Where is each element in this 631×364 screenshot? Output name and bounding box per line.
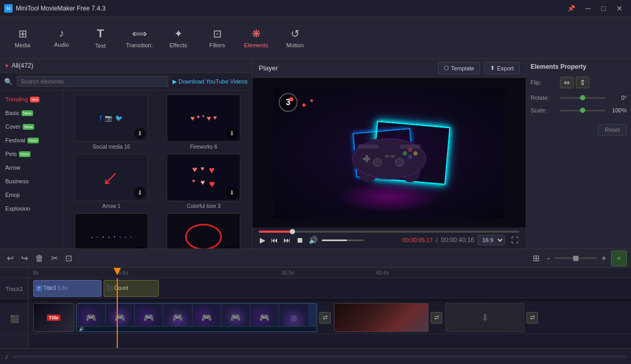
export-btn[interactable]: ⬆ Export [484,62,520,74]
left-layout: Trending Hot Basic New Cover New Festiva… [0,90,252,248]
cat-pets[interactable]: Pets New [0,147,63,161]
transfer-btn-1[interactable]: ⇄ [319,312,331,324]
empty-clip[interactable]: ⬇ [445,303,524,332]
cat-arrow[interactable]: Arrow [0,161,63,174]
volume-fill [322,240,347,241]
minimize-button[interactable]: ─ [582,3,595,14]
delete-button[interactable]: 🗑 [33,252,46,265]
zoom-slider[interactable] [555,257,597,259]
tool-media[interactable]: ⊞ Media [4,21,41,55]
stop-button[interactable]: ⏹ [295,235,304,245]
zoom-out-button[interactable]: - [544,252,552,265]
elem-fireworks6[interactable]: ♥ ♥ ♥ ♥ ♥ ⬇ Fireworks 6 [160,95,248,150]
ruler-30s: 30.5s [281,270,294,276]
transfer-btn-2[interactable]: ⇄ [431,312,442,324]
maximize-button[interactable]: □ [597,3,610,14]
basic-badge: New [22,110,33,116]
download-arrow5[interactable]: ⬇ [226,246,238,248]
tool-effects-label: Effects [169,42,187,48]
tool-transition[interactable]: ⟺ Transition: [121,21,158,55]
tool-effects[interactable]: ✦ Effects [160,21,197,55]
close-button[interactable]: ✕ [612,3,627,14]
cover-badge: New [23,124,34,130]
tool-text-label: Text [95,43,106,49]
download-arrow1[interactable]: ⬇ [134,187,146,199]
cat-explosion[interactable]: Explosion [0,202,63,215]
main-video-clip[interactable]: 🎮 🎮 🎮 🎮 🎮 🎮 🎮 ⊞ 🔊 [76,303,317,332]
volume-slider[interactable] [322,240,364,241]
redo-button[interactable]: ↪ [18,252,30,265]
playhead [117,278,118,348]
play-button[interactable]: ▶ [259,235,267,245]
cat-festival[interactable]: Festival New [0,133,63,147]
total-time: 00:00:40:16 [441,236,474,244]
rotate-thumb [580,95,585,100]
tool-text[interactable]: T Text [82,21,119,55]
prev-frame-button[interactable]: ⏮ [270,235,279,245]
flip-horizontal-btn[interactable]: ⇔ [560,77,574,88]
track1-row: T Title3 5.6s ⬛ Count [29,278,631,298]
progress-bar[interactable] [259,231,520,233]
download-fireworks6[interactable]: ⬇ [226,128,238,139]
tool-elements[interactable]: ❋ Elements [238,21,274,55]
title3-label: Title3 [44,285,56,291]
title-thumb-clip[interactable]: Title [33,303,74,332]
download-colorful3[interactable]: ⬇ [226,187,238,199]
flip-vertical-btn[interactable]: ⇕ [576,77,589,88]
volume-button[interactable]: 🔊 [308,235,319,245]
title3-clip[interactable]: T Title3 5.6s [33,280,101,297]
template-btn[interactable]: ⬡ Template [438,62,481,74]
cat-basic[interactable]: Basic New [0,106,63,120]
pin-button[interactable]: 📌 [563,3,579,14]
elem-snowflake1[interactable]: • • • • • • • • ⬇ Snowflake 1 [67,213,156,248]
add-media-button[interactable]: + [611,251,627,266]
crop-button[interactable]: ⊡ [63,252,75,265]
aspect-ratio-select[interactable]: 16:9 9:16 1:1 [477,235,505,245]
reset-button[interactable]: Reset [598,124,627,136]
tool-elements-label: Elements [244,42,268,48]
elem-arrow5[interactable]: ⬇ Arrow 5 [160,213,248,248]
download-youtube-btn[interactable]: ▶ Download YouTube Videos [172,78,248,85]
export-label: Export [497,65,514,71]
current-time: 00:00:05:17 [402,237,433,243]
cat-cover-label: Cover [5,123,21,130]
bottom-scrollbar[interactable] [13,355,627,358]
rotate-slider[interactable] [560,97,605,99]
cat-cover[interactable]: Cover New [0,120,63,133]
cat-business[interactable]: Business [0,174,63,188]
text-icon: T [97,27,104,40]
count-clip[interactable]: ⬛ Count [104,280,159,297]
transfer-btn-3[interactable]: ⇄ [526,312,538,324]
magenta-glow [337,181,442,213]
elem-social16[interactable]: f 📷 🐦 ⬇ Social media 16 [67,95,156,150]
next-frame-button[interactable]: ⏭ [282,235,292,245]
audio-icon: ♪ [59,27,64,39]
split-view-button[interactable]: ⊞ [530,252,542,265]
elem-colorful3[interactable]: ♥ ♥ ♥ ♥ ♥ ♥ ⬇ Colorful love 3 [160,154,248,209]
tool-filters[interactable]: ⊡ Filters [199,21,236,55]
tool-motion[interactable]: ↺ Motion [277,21,313,55]
undo-button[interactable]: ↩ [4,252,16,265]
download-social16[interactable]: ⬇ [134,128,146,139]
cat-arrow-label: Arrow [5,164,21,171]
ruler-5s: 5.6s [118,270,128,276]
fullscreen-button[interactable]: ⛶ [510,235,520,245]
svg-rect-5 [363,158,370,160]
cat-emoji[interactable]: Emoji [0,188,63,202]
sunset-clip[interactable] [334,303,429,332]
zoom-in-button[interactable]: + [599,252,609,265]
tool-audio[interactable]: ♪ Audio [43,21,80,55]
download-snowflake1[interactable]: ⬇ [134,246,146,248]
toolbar: ⊞ Media ♪ Audio T Text ⟺ Transition: ✦ E… [0,17,631,59]
effects-icon: ✦ [174,27,183,40]
audio-waveform: 🔊 [77,326,317,331]
cut-button[interactable]: ✂ [48,252,60,265]
svg-rect-13 [391,155,395,158]
elem-arrow1[interactable]: ↓ ⬇ Arrow 1 [67,154,156,209]
template-icon: ⬡ [444,65,449,71]
categories-list: Trending Hot Basic New Cover New Festiva… [0,90,63,248]
cat-trending[interactable]: Trending Hot [0,92,63,106]
scale-slider[interactable] [560,110,605,111]
search-input[interactable] [17,76,168,87]
cat-festival-label: Festival [5,137,25,143]
